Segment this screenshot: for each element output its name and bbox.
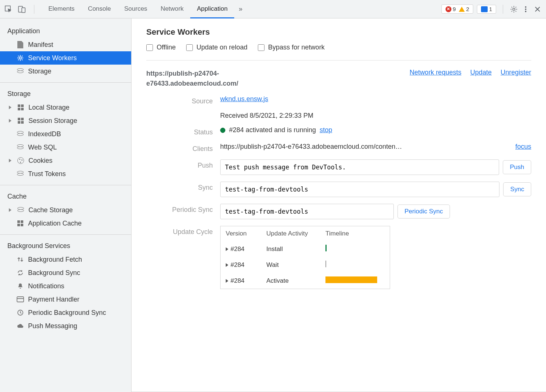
cookie-icon <box>17 157 24 164</box>
client-url: https://publish-p24704-e76433.adobeaemcl… <box>220 143 402 151</box>
sidebar-item-label: Push Messaging <box>28 322 77 330</box>
divider <box>0 82 131 83</box>
update-on-reload-checkbox[interactable]: Update on reload <box>186 44 248 51</box>
sidebar-item-background-fetch[interactable]: Background Fetch <box>0 253 131 266</box>
sidebar-item-background-sync[interactable]: Background Sync <box>0 266 131 279</box>
sidebar-item-session-storage[interactable]: Session Storage <box>0 114 131 127</box>
issues-badge[interactable]: ✕9 2 <box>441 4 474 14</box>
push-label: Push <box>146 159 220 169</box>
unregister-link[interactable]: Unregister <box>501 69 531 76</box>
devtools-toolbar: Elements Console Sources Network Applica… <box>0 0 546 18</box>
sidebar-item-push-messaging[interactable]: Push Messaging <box>0 319 131 333</box>
sidebar-item-trust-tokens[interactable]: Trust Tokens <box>0 167 131 180</box>
cycle-activity: Wait <box>266 261 325 269</box>
sw-scope: https://publish-p24704-e76433.adobeaemcl… <box>146 69 287 89</box>
periodic-sync-label: Periodic Sync <box>146 204 220 214</box>
sidebar-item-indexeddb[interactable]: IndexedDB <box>0 127 131 141</box>
update-link[interactable]: Update <box>470 69 492 76</box>
periodic-sync-button[interactable]: Periodic Sync <box>397 204 450 219</box>
database-icon <box>17 171 24 177</box>
tab-network[interactable]: Network <box>154 0 190 18</box>
tab-console[interactable]: Console <box>81 0 117 18</box>
periodic-sync-input[interactable] <box>220 204 394 219</box>
sidebar-item-service-workers[interactable]: Service Workers <box>0 51 131 65</box>
page-title: Service Workers <box>146 27 531 37</box>
warning-icon <box>459 7 465 12</box>
sidebar-item-notifications[interactable]: Notifications <box>0 279 131 293</box>
stop-link[interactable]: stop <box>320 126 332 134</box>
grid-icon <box>18 104 24 110</box>
chevron-right-icon <box>226 279 228 283</box>
database-icon <box>17 144 24 150</box>
device-icon[interactable] <box>18 5 26 13</box>
sidebar-item-cache-storage[interactable]: Cache Storage <box>0 203 131 217</box>
chevron-right-icon <box>226 247 228 251</box>
section-storage: Storage <box>0 87 131 101</box>
tab-application[interactable]: Application <box>190 0 234 18</box>
svg-point-5 <box>525 8 526 10</box>
chevron-right-icon <box>9 119 11 123</box>
focus-link[interactable]: focus <box>515 143 531 151</box>
offline-checkbox[interactable]: Offline <box>146 44 176 51</box>
sidebar-item-cookies[interactable]: Cookies <box>0 154 131 167</box>
sidebar-item-label: Background Sync <box>28 269 80 277</box>
status-text: #284 activated and is running <box>229 126 316 134</box>
sidebar-item-label: Web SQL <box>28 144 57 151</box>
warning-count: 2 <box>466 6 469 12</box>
settings-icon[interactable] <box>510 5 518 13</box>
cycle-row[interactable]: #284 Wait <box>221 257 390 273</box>
sidebar-item-periodic-background-sync[interactable]: Periodic Background Sync <box>0 306 131 319</box>
source-received: Received 8/5/2021, 2:29:33 PM <box>220 112 531 120</box>
message-badge[interactable]: 1 <box>477 5 496 14</box>
sidebar-item-storage[interactable]: Storage <box>0 65 131 78</box>
sidebar-item-local-storage[interactable]: Local Storage <box>0 101 131 114</box>
tabs-more-icon[interactable]: » <box>234 0 247 18</box>
sidebar-item-label: Application Cache <box>28 220 82 227</box>
cycle-version: #284 <box>231 261 245 268</box>
clients-label: Clients <box>146 143 220 153</box>
card-icon <box>16 295 24 303</box>
bypass-for-network-checkbox[interactable]: Bypass for network <box>258 44 325 51</box>
push-button[interactable]: Push <box>503 160 531 174</box>
error-count: 9 <box>453 6 456 12</box>
cycle-row[interactable]: #284 Install <box>221 241 390 257</box>
bell-icon <box>16 282 24 290</box>
inspect-icon[interactable] <box>4 5 13 13</box>
sidebar-item-websql[interactable]: Web SQL <box>0 141 131 154</box>
divider <box>0 234 131 235</box>
message-count: 1 <box>489 6 492 12</box>
sidebar-item-manifest[interactable]: Manifest <box>0 38 131 51</box>
divider <box>503 5 503 14</box>
content-pane: Service Workers Offline Update on reload… <box>132 18 546 392</box>
sidebar-item-payment-handler[interactable]: Payment Handler <box>0 293 131 306</box>
file-icon <box>17 41 23 48</box>
sidebar-item-label: Service Workers <box>28 54 77 62</box>
section-cache: Cache <box>0 190 131 203</box>
chevron-right-icon <box>226 263 228 267</box>
source-file-link[interactable]: wknd.us.ensw.js <box>220 95 268 103</box>
sidebar-item-label: Storage <box>28 68 51 75</box>
cycle-row[interactable]: #284 Activate <box>221 273 390 289</box>
sidebar-item-application-cache[interactable]: Application Cache <box>0 217 131 230</box>
network-requests-link[interactable]: Network requests <box>410 69 461 76</box>
cycle-activity: Activate <box>266 277 325 285</box>
application-sidebar: Application Manifest Service Workers Sto… <box>0 18 132 392</box>
cloud-icon <box>16 322 24 330</box>
cycle-version: #284 <box>231 277 245 284</box>
database-icon <box>17 131 24 137</box>
sync-button[interactable]: Sync <box>503 182 531 196</box>
push-input[interactable] <box>220 159 499 175</box>
close-icon[interactable] <box>533 5 542 13</box>
sync-input[interactable] <box>220 182 499 197</box>
sidebar-item-label: Notifications <box>28 282 64 290</box>
svg-rect-2 <box>22 8 25 13</box>
tab-sources[interactable]: Sources <box>117 0 154 18</box>
source-label: Source <box>146 95 220 105</box>
sidebar-item-label: Trust Tokens <box>28 170 66 178</box>
tab-elements[interactable]: Elements <box>42 0 81 18</box>
more-icon[interactable] <box>522 5 530 13</box>
sidebar-item-label: Manifest <box>28 41 53 49</box>
divider <box>34 5 34 14</box>
sidebar-item-label: Payment Handler <box>28 296 79 303</box>
col-version: Version <box>226 230 266 237</box>
